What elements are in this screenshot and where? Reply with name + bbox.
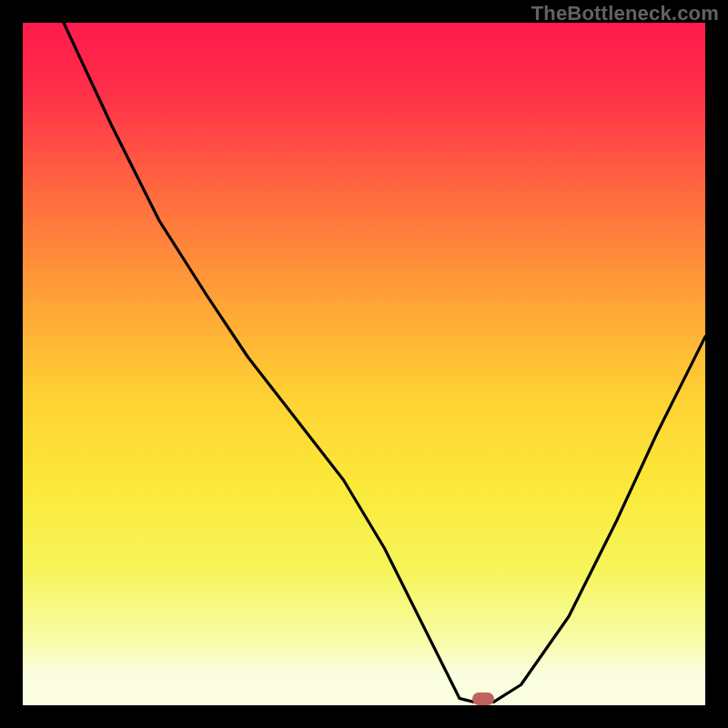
chart-frame: TheBottleneck.com — [0, 0, 728, 728]
bottleneck-curve — [23, 23, 705, 705]
plot-area — [23, 23, 705, 705]
watermark-text: TheBottleneck.com — [531, 2, 719, 25]
curve-path — [23, 23, 705, 702]
optimal-marker — [472, 693, 494, 705]
